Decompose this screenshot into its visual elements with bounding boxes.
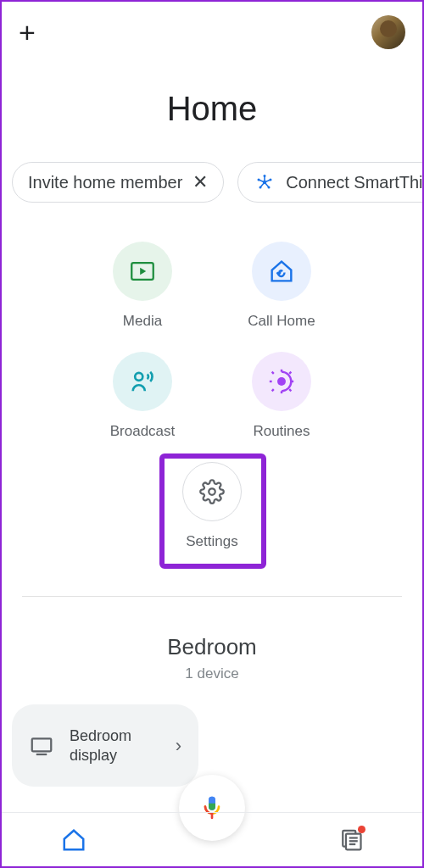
smartthings-icon [254, 171, 276, 193]
routines-icon [252, 352, 311, 411]
tile-label: Call Home [248, 313, 315, 330]
svg-line-21 [289, 372, 291, 374]
tile-broadcast[interactable]: Broadcast [92, 352, 193, 440]
tile-label: Routines [253, 423, 310, 440]
chip-label: Connect SmartThings [286, 173, 422, 192]
tile-label: Settings [186, 533, 237, 550]
tile-settings[interactable]: Settings [161, 462, 263, 550]
svg-line-20 [289, 389, 291, 391]
chip-label: Invite home member [28, 173, 182, 192]
svg-marker-12 [140, 268, 146, 275]
tile-label: Broadcast [110, 423, 176, 440]
svg-point-13 [135, 373, 142, 381]
broadcast-icon [113, 352, 172, 411]
display-icon [29, 733, 54, 759]
chip-connect-smartthings[interactable]: Connect SmartThings [237, 162, 422, 203]
device-card-bedroom-display[interactable]: Bedroom display › [12, 704, 198, 787]
tile-media[interactable]: Media [92, 242, 193, 330]
tile-routines[interactable]: Routines [231, 352, 332, 440]
notification-badge [358, 826, 365, 833]
page-title: Home [2, 90, 422, 128]
add-button[interactable]: + [19, 18, 36, 47]
svg-line-19 [272, 372, 274, 374]
nav-feed[interactable] [338, 827, 363, 853]
divider [22, 596, 402, 597]
home-icon [61, 827, 86, 853]
svg-rect-24 [32, 738, 52, 751]
tile-label: Media [123, 313, 162, 330]
media-icon [113, 242, 172, 301]
svg-line-8 [265, 182, 269, 187]
room-device-count: 1 device [2, 665, 422, 682]
tile-call-home[interactable]: Call Home [231, 242, 332, 330]
svg-line-22 [272, 389, 274, 391]
svg-point-23 [209, 488, 215, 495]
nav-home[interactable] [61, 827, 86, 853]
call-home-icon [252, 242, 311, 301]
device-label: Bedroom display [70, 726, 160, 765]
svg-point-14 [277, 377, 286, 386]
bottom-nav [2, 812, 422, 866]
svg-line-9 [260, 182, 265, 187]
chevron-right-icon: › [176, 735, 181, 757]
suggestion-chips: Invite home member ✕ Connect SmartThings [2, 162, 422, 203]
close-icon[interactable]: ✕ [192, 171, 208, 193]
account-avatar[interactable] [371, 15, 405, 49]
shortcut-grid: Media Call Home Broadcast [2, 242, 422, 550]
room-name: Bedroom [2, 634, 422, 660]
chip-invite-home-member[interactable]: Invite home member ✕ [12, 162, 224, 203]
gear-icon [182, 462, 242, 521]
